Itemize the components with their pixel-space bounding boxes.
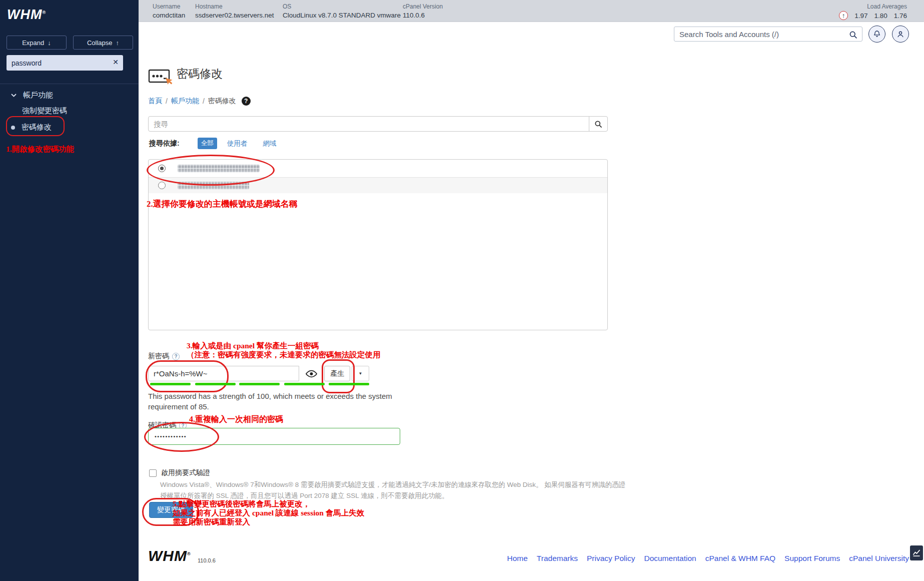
sidebar-group-account-functions[interactable]: 帳戶功能 xyxy=(11,91,53,100)
sidebar-item-force-password-change[interactable]: 強制變更密碼 xyxy=(22,106,67,116)
breadcrumb-home[interactable]: 首頁 xyxy=(148,97,162,106)
footer-whm-logo: WHM® xyxy=(148,547,191,564)
hostname-label: Hostname xyxy=(195,3,274,10)
cpanel-version-field: cPanel Version 110.0.6 xyxy=(403,3,443,19)
username-field: Username comdctitan xyxy=(153,3,185,19)
digest-auth-label: 啟用摘要式驗證 xyxy=(161,468,210,477)
global-search-input[interactable] xyxy=(674,27,862,41)
radio-selected-icon[interactable] xyxy=(158,165,166,172)
search-icon[interactable] xyxy=(849,31,857,39)
annotation-step-2: 2.選擇你要修改的主機帳號或是網域名稱 xyxy=(147,198,298,210)
load-up-arrow-icon: ↑ xyxy=(839,11,848,20)
hostname-value: ssdserver02.twservers.net xyxy=(195,12,274,19)
new-password-input[interactable] xyxy=(148,366,299,381)
load-5min: 1.80 xyxy=(874,12,887,20)
filter-label: 搜尋依據: xyxy=(149,139,180,148)
collapse-label: Collapse xyxy=(87,39,113,47)
help-icon[interactable]: ? xyxy=(172,353,180,360)
username-label: Username xyxy=(153,3,185,10)
search-filter-row: 搜尋依據: 全部 使用者 網域 xyxy=(149,138,276,149)
account-option-1[interactable]: xxxxxxxxxx (xxxxxxxx.xxx) xyxy=(149,160,607,178)
hostname-field: Hostname ssdserver02.twservers.net xyxy=(195,3,274,19)
top-header xyxy=(139,22,924,46)
sidebar-item-label: 密碼修改 xyxy=(22,123,52,132)
global-search xyxy=(674,27,862,42)
footer-links: Home Trademarks Privacy Policy Documenta… xyxy=(507,554,909,563)
filter-all[interactable]: 全部 xyxy=(198,138,217,149)
digest-auth-row: 啟用摘要式驗證 xyxy=(149,468,210,477)
digest-auth-help-text: Windows Vista®、Windows® 7和Windows® 8 需要啟… xyxy=(160,479,629,501)
annotation-step-4: 4.重複輸入一次相同的密碼 xyxy=(189,414,283,425)
digest-auth-checkbox[interactable] xyxy=(149,469,157,477)
main-content: 密碼修改 首頁/ 帳戶功能/ 密碼修改 ? 搜尋依據: 全部 使用者 網域 xx… xyxy=(139,46,924,581)
bullet-icon xyxy=(11,126,15,130)
strength-segment xyxy=(195,383,236,385)
account-option-2[interactable]: xxxxxxx (xxxxxxx.xxxx) xyxy=(149,178,607,193)
sidebar-item-password-modification[interactable]: 密碼修改 xyxy=(11,123,52,132)
username-value: comdctitan xyxy=(153,12,185,19)
whm-page: WHM® Expand ↓ Collapse ↑ ✕ 帳戶功能 強制變更密碼 密… xyxy=(0,0,924,581)
account-search-input[interactable] xyxy=(148,116,589,132)
help-icon[interactable]: ? xyxy=(242,97,251,106)
search-icon xyxy=(594,120,602,128)
notifications-button[interactable] xyxy=(868,26,885,43)
whm-logo: WHM® xyxy=(7,7,46,23)
footer-link-documentation[interactable]: Documentation xyxy=(644,554,696,563)
arrow-down-icon: ↓ xyxy=(48,39,51,47)
user-icon xyxy=(896,30,905,39)
footer-link-trademarks[interactable]: Trademarks xyxy=(537,554,578,563)
strength-segment xyxy=(239,383,280,385)
footer-version: 110.0.6 xyxy=(198,557,216,563)
collapse-button[interactable]: Collapse ↑ xyxy=(73,36,133,50)
confirm-password-input[interactable] xyxy=(148,428,400,445)
sidebar: WHM® Expand ↓ Collapse ↑ ✕ 帳戶功能 強制變更密碼 密… xyxy=(0,0,139,581)
arrow-up-icon: ↑ xyxy=(116,39,120,47)
annotation-step-1: 1.開啟修改密碼功能 xyxy=(6,144,74,155)
expand-button[interactable]: Expand ↓ xyxy=(7,36,67,50)
breadcrumb-section[interactable]: 帳戶功能 xyxy=(171,97,199,106)
load-15min: 1.76 xyxy=(894,12,907,20)
os-field: OS CloudLinux v8.7.0 STANDARD vmware xyxy=(283,3,401,19)
os-value: CloudLinux v8.7.0 STANDARD vmware xyxy=(283,12,401,19)
eye-icon xyxy=(306,370,317,378)
footer-link-home[interactable]: Home xyxy=(507,554,528,563)
strength-segment xyxy=(329,383,369,385)
footer-link-support[interactable]: Support Forums xyxy=(784,554,840,563)
sidebar-search: ✕ xyxy=(7,55,123,71)
footer-link-university[interactable]: cPanel University xyxy=(849,554,909,563)
new-password-label: 新密碼 ? xyxy=(148,352,180,361)
sidebar-divider xyxy=(0,84,139,84)
password-field-icon xyxy=(148,67,173,86)
footer-link-privacy[interactable]: Privacy Policy xyxy=(587,554,635,563)
account-name-redacted: xxxxxxxxxx (xxxxxxxx.xxx) xyxy=(178,165,260,172)
radio-unselected-icon[interactable] xyxy=(158,182,166,189)
footer-link-faq[interactable]: cPanel & WHM FAQ xyxy=(705,554,775,563)
analytics-icon[interactable] xyxy=(910,545,923,560)
account-search-button[interactable] xyxy=(589,116,608,132)
chevron-down-icon xyxy=(11,94,17,97)
filter-user[interactable]: 使用者 xyxy=(227,139,248,148)
filter-domain[interactable]: 網域 xyxy=(263,139,276,148)
expand-label: Expand xyxy=(22,39,44,47)
server-info-bar: Username comdctitan Hostname ssdserver02… xyxy=(139,0,924,22)
bell-icon xyxy=(872,30,881,39)
clear-search-icon[interactable]: ✕ xyxy=(113,58,119,66)
cpanel-version-value: 110.0.6 xyxy=(403,12,443,19)
strength-segment xyxy=(284,383,325,385)
load-1min: 1.97 xyxy=(854,12,867,20)
generate-options-button[interactable]: ▼ xyxy=(352,366,369,381)
user-menu-button[interactable] xyxy=(892,26,909,43)
annotation-step-3-line2: （注意：密碼有強度要求，未達要求的密碼無法設定使用 xyxy=(187,350,381,360)
strength-segment xyxy=(150,383,191,385)
generate-password-button[interactable]: 產生 xyxy=(324,366,350,381)
account-list: xxxxxxxxxx (xxxxxxxx.xxx) xxxxxxx (xxxxx… xyxy=(148,159,608,330)
load-averages: Load Averages ↑ 1.97 1.80 1.76 xyxy=(839,3,907,20)
breadcrumb-current: 密碼修改 xyxy=(208,97,236,106)
show-password-button[interactable] xyxy=(300,366,322,381)
sidebar-search-input[interactable] xyxy=(7,55,123,71)
annotation-step-5-line3: 需要用新密碼重新登入 xyxy=(173,517,250,527)
sidebar-group-label: 帳戶功能 xyxy=(23,91,53,100)
cpanel-version-label: cPanel Version xyxy=(403,3,443,10)
breadcrumb: 首頁/ 帳戶功能/ 密碼修改 ? xyxy=(148,97,251,106)
page-title: 密碼修改 xyxy=(177,66,223,82)
